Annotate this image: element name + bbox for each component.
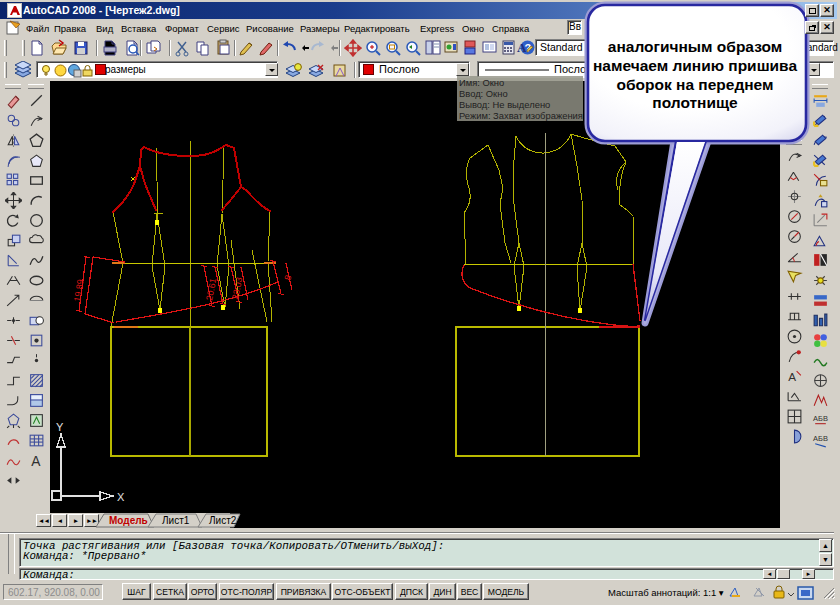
svg-text:Лист1: Лист1: [162, 515, 190, 526]
svg-text:A: A: [788, 370, 796, 383]
svg-text:20.61: 20.61: [204, 277, 218, 301]
svg-text:АБВ: АБВ: [813, 414, 828, 423]
svg-text:8: 8: [282, 274, 293, 282]
svg-text:X: X: [117, 491, 125, 503]
svg-text:Y: Y: [56, 421, 64, 433]
svg-text:23.03: 23.03: [230, 276, 244, 300]
svg-text:A: A: [31, 453, 41, 469]
svg-text:Лист2: Лист2: [209, 515, 237, 526]
svg-text:19.89: 19.89: [72, 278, 85, 302]
svg-text:A: A: [517, 40, 527, 55]
svg-text:Модель: Модель: [109, 515, 148, 526]
svg-text:АБВ: АБВ: [813, 434, 828, 443]
